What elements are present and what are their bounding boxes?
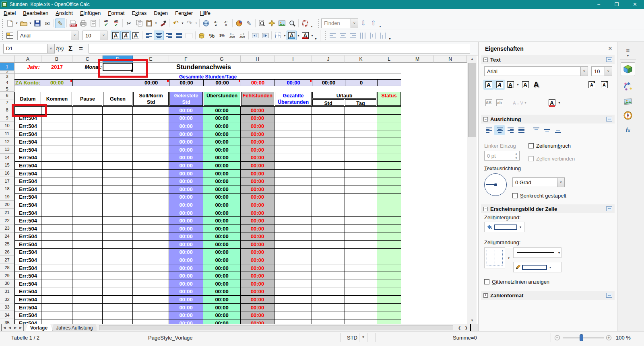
cell[interactable]: 00:00 <box>203 138 241 146</box>
zoom-level[interactable]: 100 % <box>616 335 631 341</box>
cell[interactable] <box>345 122 377 130</box>
toolbar-handle[interactable] <box>2 19 3 28</box>
cell[interactable]: 00:00 <box>169 288 203 296</box>
row-header-4[interactable]: 4 <box>0 79 14 86</box>
cell[interactable] <box>312 249 345 257</box>
format-paintbrush-button[interactable] <box>158 19 168 28</box>
cell[interactable] <box>103 241 133 249</box>
page-preview-button[interactable] <box>88 19 98 28</box>
row-header-10[interactable]: 10 <box>0 122 14 130</box>
cell[interactable]: Err:504 <box>15 194 41 202</box>
cell[interactable] <box>345 185 377 194</box>
cell[interactable] <box>133 272 169 280</box>
export-pdf-button[interactable]: PDF <box>68 19 78 28</box>
sidebar-font-size-combobox[interactable]: 10 ˅ <box>591 66 612 76</box>
select-all-corner[interactable] <box>0 56 14 63</box>
cell[interactable] <box>312 130 345 138</box>
cell[interactable] <box>133 185 169 194</box>
cell[interactable]: 00:00 <box>241 241 275 249</box>
borders-button[interactable] <box>273 31 283 40</box>
save-button[interactable] <box>32 19 42 28</box>
cell[interactable] <box>377 249 401 257</box>
next-sheet-button[interactable]: ▶ <box>12 324 18 331</box>
sidebar-shadow-button[interactable]: A <box>531 80 541 90</box>
cell[interactable]: 00:00 <box>203 194 241 202</box>
font-color-button[interactable]: A <box>300 31 310 40</box>
row-header-14[interactable]: 14 <box>0 154 14 162</box>
cell[interactable]: Err:504 <box>15 241 41 249</box>
cell[interactable]: 00:00 <box>169 304 203 312</box>
cell[interactable]: Err:504 <box>15 217 41 225</box>
cell[interactable]: Err:504 <box>15 177 41 185</box>
row-header-18[interactable]: 18 <box>0 185 14 193</box>
cell[interactable] <box>41 170 72 178</box>
sidebar-tab-navigator[interactable] <box>621 109 635 122</box>
cell-k4[interactable]: 0 <box>345 80 377 86</box>
cell[interactable]: 00:00 <box>169 138 203 146</box>
sidebar-tab-gallery[interactable] <box>621 95 635 108</box>
insert-chart-button[interactable] <box>234 19 244 28</box>
sheet-tab-vorlage[interactable]: Vorlage <box>25 324 53 331</box>
cell[interactable]: 00:00 <box>203 296 241 304</box>
find-toolbar-overflow-icon[interactable]: ▾ <box>378 25 382 28</box>
column-header-i[interactable]: I <box>275 56 312 63</box>
cell[interactable] <box>312 201 345 209</box>
cell[interactable] <box>377 107 401 115</box>
cell[interactable] <box>377 138 401 146</box>
cell[interactable] <box>72 162 103 170</box>
cell[interactable] <box>377 162 401 170</box>
cell[interactable] <box>133 154 169 162</box>
cell[interactable]: 00:00 <box>203 209 241 217</box>
cell[interactable]: 00:00 <box>241 296 275 304</box>
cell[interactable] <box>41 194 72 202</box>
cell[interactable] <box>133 319 169 324</box>
cell[interactable]: 00:00 <box>169 154 203 162</box>
cell[interactable] <box>41 304 72 312</box>
find-previous-button[interactable]: ⇧ <box>368 19 378 28</box>
cell-h4[interactable]: 00:00 <box>241 80 275 86</box>
cell[interactable] <box>133 217 169 225</box>
cell[interactable] <box>103 138 133 146</box>
sheet-area[interactable]: Jahr: 2017 Monat: Stundennachweis Gesamm… <box>14 63 467 324</box>
zoom-slider[interactable]: − + <box>555 334 611 342</box>
align-right-button[interactable] <box>164 31 174 40</box>
decrease-indent-button[interactable] <box>250 31 260 40</box>
cell[interactable] <box>377 185 401 194</box>
menu-datei[interactable]: Datei <box>0 9 19 17</box>
cell[interactable] <box>103 107 133 115</box>
cell[interactable] <box>133 304 169 312</box>
cell[interactable] <box>275 288 312 296</box>
zoom-button[interactable] <box>287 19 297 28</box>
cell[interactable]: 00:00 <box>169 241 203 249</box>
cell[interactable]: 00:00 <box>203 201 241 209</box>
cell[interactable]: 00:00 <box>241 185 275 194</box>
row-header-22[interactable]: 22 <box>0 216 14 224</box>
cell[interactable] <box>312 122 345 130</box>
print-button[interactable] <box>78 19 88 28</box>
row-header-35[interactable]: 35 <box>0 319 14 324</box>
row-header-25[interactable]: 25 <box>0 240 14 248</box>
cell[interactable] <box>275 249 312 257</box>
row-header-2[interactable]: 2 <box>0 71 14 74</box>
row-header-32[interactable]: 32 <box>0 295 14 303</box>
function-wizard-button[interactable]: f(x) <box>55 44 65 54</box>
borders-dropdown-icon[interactable]: ▾ <box>283 34 287 37</box>
cell[interactable] <box>377 233 401 241</box>
cell[interactable] <box>275 107 312 115</box>
cell[interactable] <box>41 138 72 146</box>
line-style-dropdown-icon[interactable]: ▾ <box>557 251 561 255</box>
cell[interactable]: 00:00 <box>169 115 203 123</box>
cell[interactable] <box>72 185 103 194</box>
cell-l4[interactable] <box>377 80 401 86</box>
cell[interactable] <box>377 241 401 249</box>
cell[interactable]: 00:00 <box>169 194 203 202</box>
scroll-up-icon[interactable]: ▲ <box>468 56 477 62</box>
cell[interactable] <box>275 194 312 202</box>
cell[interactable]: 00:00 <box>241 311 275 319</box>
sort-ascending-button[interactable]: A↓Z <box>211 19 221 28</box>
cell[interactable] <box>133 209 169 217</box>
cell[interactable] <box>275 256 312 264</box>
cell[interactable] <box>72 146 103 154</box>
align-center-button[interactable] <box>154 31 164 40</box>
cell[interactable]: Err:504 <box>15 185 41 194</box>
